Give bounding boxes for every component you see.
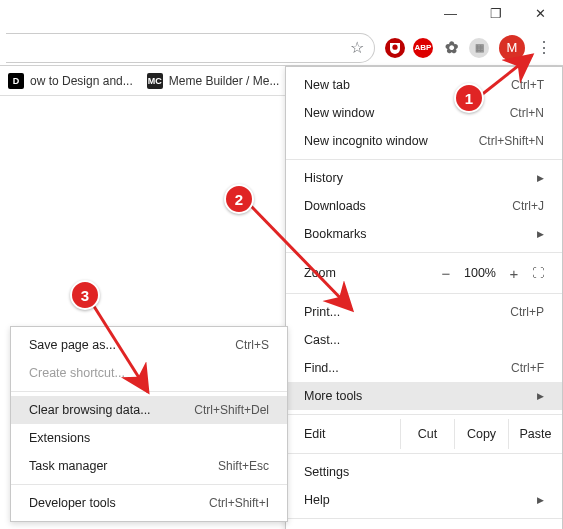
window-close-button[interactable]: ✕ (518, 0, 563, 26)
menu-label: Save page as... (29, 338, 235, 352)
accelerator: Ctrl+T (511, 78, 544, 92)
submenu-arrow-icon: ▶ (537, 391, 544, 401)
profile-avatar[interactable]: M (499, 35, 525, 61)
menu-incognito[interactable]: New incognito window Ctrl+Shift+N (286, 127, 562, 155)
submenu-clear-browsing-data[interactable]: Clear browsing data... Ctrl+Shift+Del (11, 396, 287, 424)
menu-label: Print... (304, 305, 510, 319)
menu-label: Clear browsing data... (29, 403, 194, 417)
menu-cast[interactable]: Cast... (286, 326, 562, 354)
menu-label: Edit (304, 427, 400, 441)
menu-exit[interactable]: Exit (286, 523, 562, 529)
menu-settings[interactable]: Settings (286, 458, 562, 486)
annotation-badge-2: 2 (224, 184, 254, 214)
bookmark-star-icon[interactable]: ☆ (350, 38, 364, 57)
accelerator: Ctrl+Shift+Del (194, 403, 269, 417)
fullscreen-button[interactable]: ⛶ (532, 266, 544, 280)
svg-point-0 (392, 44, 397, 49)
submenu-arrow-icon: ▶ (537, 495, 544, 505)
menu-print[interactable]: Print... Ctrl+P (286, 298, 562, 326)
annotation-badge-3: 3 (70, 280, 100, 310)
chrome-main-menu: New tab Ctrl+T New window Ctrl+N New inc… (285, 66, 563, 529)
favicon: D (8, 73, 24, 89)
bookmark-label: Meme Builder / Me... (169, 74, 280, 88)
extensions-area: ABP ✿ ▦ (385, 38, 489, 58)
chrome-menu-button[interactable]: ⋮ (531, 35, 557, 61)
accelerator: Ctrl+F (511, 361, 544, 375)
toolbar: ☆ ABP ✿ ▦ M ⋮ (0, 30, 563, 66)
omnibox[interactable]: ☆ (6, 33, 375, 63)
menu-label: Bookmarks (304, 227, 531, 241)
menu-label: More tools (304, 389, 531, 403)
menu-find[interactable]: Find... Ctrl+F (286, 354, 562, 382)
abp-icon[interactable]: ABP (413, 38, 433, 58)
favicon: MC (147, 73, 163, 89)
menu-label: Help (304, 493, 531, 507)
menu-separator (11, 391, 287, 392)
menu-label: History (304, 171, 531, 185)
menu-zoom: Zoom − 100% + ⛶ (286, 257, 562, 289)
submenu-extensions[interactable]: Extensions (11, 424, 287, 452)
menu-history[interactable]: History ▶ (286, 164, 562, 192)
extension-icon-b[interactable]: ▦ (469, 38, 489, 58)
window-maximize-button[interactable]: ❐ (473, 0, 518, 26)
menu-downloads[interactable]: Downloads Ctrl+J (286, 192, 562, 220)
zoom-out-button[interactable]: − (434, 265, 458, 282)
menu-separator (286, 293, 562, 294)
menu-more-tools[interactable]: More tools ▶ (286, 382, 562, 410)
menu-separator (286, 518, 562, 519)
bookmark-item[interactable]: D ow to Design and... (8, 73, 133, 89)
menu-help[interactable]: Help ▶ (286, 486, 562, 514)
menu-separator (11, 484, 287, 485)
accelerator: Ctrl+Shift+I (209, 496, 269, 510)
edit-paste-button[interactable]: Paste (508, 419, 562, 449)
menu-label: Task manager (29, 459, 218, 473)
menu-separator (286, 414, 562, 415)
bookmark-item[interactable]: MC Meme Builder / Me... (147, 73, 280, 89)
menu-separator (286, 453, 562, 454)
accelerator: Ctrl+Shift+N (479, 134, 544, 148)
menu-label: Find... (304, 361, 511, 375)
submenu-developer-tools[interactable]: Developer tools Ctrl+Shift+I (11, 489, 287, 517)
edit-copy-button[interactable]: Copy (454, 419, 508, 449)
menu-edit: Edit Cut Copy Paste (286, 419, 562, 449)
menu-label: Settings (304, 465, 544, 479)
accelerator: Ctrl+S (235, 338, 269, 352)
menu-label: Cast... (304, 333, 544, 347)
accelerator: Ctrl+J (512, 199, 544, 213)
menu-new-tab[interactable]: New tab Ctrl+T (286, 71, 562, 99)
window-minimize-button[interactable]: — (428, 0, 473, 26)
accelerator: Ctrl+N (510, 106, 544, 120)
menu-new-window[interactable]: New window Ctrl+N (286, 99, 562, 127)
accelerator: Shift+Esc (218, 459, 269, 473)
menu-label: New incognito window (304, 134, 479, 148)
submenu-task-manager[interactable]: Task manager Shift+Esc (11, 452, 287, 480)
menu-separator (286, 159, 562, 160)
submenu-arrow-icon: ▶ (537, 173, 544, 183)
extension-icon-a[interactable]: ✿ (441, 38, 461, 58)
zoom-in-button[interactable]: + (502, 265, 526, 282)
window-controls: — ❐ ✕ (428, 0, 563, 26)
menu-label: Downloads (304, 199, 512, 213)
accelerator: Ctrl+P (510, 305, 544, 319)
zoom-level: 100% (458, 266, 502, 280)
ublock-icon[interactable] (385, 38, 405, 58)
submenu-save-page[interactable]: Save page as... Ctrl+S (11, 331, 287, 359)
menu-label: Extensions (29, 431, 269, 445)
more-tools-submenu: Save page as... Ctrl+S Create shortcut..… (10, 326, 288, 522)
menu-bookmarks[interactable]: Bookmarks ▶ (286, 220, 562, 248)
menu-label: Create shortcut... (29, 366, 269, 380)
menu-label: Zoom (304, 266, 434, 280)
menu-separator (286, 252, 562, 253)
submenu-create-shortcut: Create shortcut... (11, 359, 287, 387)
submenu-arrow-icon: ▶ (537, 229, 544, 239)
menu-label: Developer tools (29, 496, 209, 510)
bookmark-label: ow to Design and... (30, 74, 133, 88)
annotation-badge-1: 1 (454, 83, 484, 113)
edit-cut-button[interactable]: Cut (400, 419, 454, 449)
